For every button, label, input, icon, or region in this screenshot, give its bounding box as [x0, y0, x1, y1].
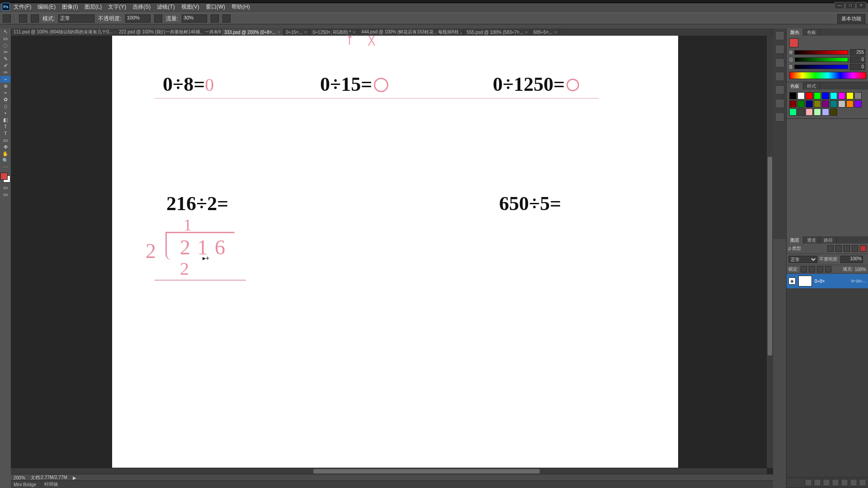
filter-icon[interactable] — [852, 245, 858, 252]
fill-input[interactable]: 100% — [854, 267, 866, 272]
mask-icon[interactable] — [823, 479, 830, 486]
zoom-level[interactable]: 200% — [14, 475, 25, 480]
doc-tab[interactable]: 222.psd @ 100% (我们一共要植树146棵。一共有9个班，平均每个班… — [116, 28, 222, 36]
window-maximize[interactable]: □ — [845, 2, 855, 9]
spectrum-bar[interactable] — [789, 72, 866, 79]
r-slider[interactable] — [794, 50, 848, 55]
link-layers-icon[interactable] — [805, 479, 812, 486]
b-value[interactable]: 0 — [850, 64, 865, 70]
layer-opacity-input[interactable]: 100% — [840, 256, 863, 263]
swatch[interactable] — [789, 100, 797, 108]
swatch[interactable] — [789, 108, 797, 116]
heal-tool[interactable]: ✑ — [0, 69, 10, 76]
flow-input[interactable]: 30% — [182, 14, 207, 23]
menu-filter[interactable]: 滤镜(T) — [154, 2, 177, 12]
swatch[interactable] — [814, 92, 821, 99]
close-icon[interactable]: × — [525, 30, 528, 35]
swatch[interactable] — [806, 108, 813, 116]
lock-position-icon[interactable] — [817, 266, 823, 272]
wand-tool[interactable]: ✂ — [0, 49, 10, 56]
doc-tab[interactable]: 0÷15=...× — [283, 29, 310, 36]
swatch[interactable] — [846, 100, 854, 108]
window-close[interactable]: × — [856, 2, 866, 9]
doc-tab-active[interactable]: 333.psd @ 200% (0÷8=...× — [222, 29, 283, 36]
opacity-input[interactable]: 100% — [125, 14, 151, 23]
fg-preview[interactable] — [789, 38, 798, 47]
swatch[interactable] — [797, 108, 805, 116]
brush-icon[interactable] — [775, 72, 784, 81]
character-icon[interactable] — [775, 85, 784, 94]
fg-color-swatch[interactable] — [0, 173, 8, 180]
swatch[interactable] — [854, 92, 862, 99]
doc-tab[interactable]: 444.psd @ 100% (鲜花店有163枝花，每瓶插8枝，可以插几瓶？还剩… — [359, 28, 464, 36]
close-icon[interactable]: × — [353, 30, 356, 35]
swatch[interactable] — [830, 100, 837, 108]
type-tool[interactable]: T — [0, 130, 10, 137]
tab-paths[interactable]: 路径 — [820, 236, 837, 244]
brush-preset-icon[interactable] — [19, 14, 27, 23]
close-icon[interactable]: × — [278, 30, 280, 35]
fx-icon[interactable] — [814, 479, 821, 486]
gradient-tool[interactable]: ⬯ — [0, 103, 10, 110]
dodge-tool[interactable]: ◧ — [0, 117, 10, 123]
pressure-size-icon[interactable] — [222, 14, 231, 23]
status-arrow-icon[interactable]: ▶ — [73, 475, 76, 480]
close-icon[interactable]: × — [554, 30, 557, 35]
info-icon[interactable] — [775, 113, 784, 122]
stamp-tool[interactable]: ⊕ — [0, 83, 10, 89]
horizontal-scrollbar[interactable] — [11, 468, 767, 474]
swatch[interactable] — [838, 100, 845, 108]
group-icon[interactable] — [841, 479, 848, 486]
b-slider[interactable] — [794, 65, 848, 69]
menu-type[interactable]: 文字(Y) — [105, 2, 129, 12]
screenmode-tool[interactable]: ▭ — [0, 191, 10, 198]
properties-icon[interactable] — [775, 58, 784, 67]
g-slider[interactable] — [795, 57, 848, 62]
menu-layer[interactable]: 图层(L) — [82, 2, 105, 12]
adjustment-icon[interactable] — [832, 479, 839, 486]
doc-tab[interactable]: 111.psd @ 100% (804除以6的商的末尾有几个0...× — [11, 28, 116, 36]
tab-styles[interactable]: 样式 — [803, 82, 820, 89]
doc-tab[interactable]: 685÷5=...× — [531, 29, 560, 36]
g-value[interactable]: 0 — [850, 56, 865, 63]
brush-tool[interactable]: ⌁ — [0, 76, 10, 83]
tab-color[interactable]: 颜色 — [787, 28, 803, 36]
actions-icon[interactable] — [775, 45, 784, 54]
new-layer-icon[interactable] — [850, 479, 857, 486]
zoom-tool[interactable]: 🔍 — [0, 157, 10, 164]
document-canvas[interactable]: 0÷8=0 0÷15= 0÷1250= 216÷2= 650÷5= 2 1 2 … — [112, 36, 678, 474]
marquee-tool[interactable]: ▭ — [0, 35, 10, 42]
delete-layer-icon[interactable] — [859, 479, 866, 486]
blend-mode-select[interactable]: 正常 — [788, 256, 817, 263]
swatch[interactable] — [797, 100, 805, 108]
path-tool[interactable]: ▭ — [0, 137, 10, 144]
lock-all-icon[interactable] — [825, 266, 831, 272]
quickmask-tool[interactable]: ▭ — [0, 184, 10, 191]
workspace-button[interactable]: 基本功能 — [837, 14, 865, 23]
filter-icon[interactable] — [827, 245, 834, 252]
mode-select[interactable]: 正常 — [58, 14, 94, 23]
swatch[interactable] — [854, 100, 862, 108]
shape-tool[interactable]: ✥ — [0, 144, 10, 150]
lock-transparent-icon[interactable] — [801, 266, 807, 272]
swatch[interactable] — [822, 108, 829, 116]
hand-tool[interactable]: ✋ — [0, 150, 10, 157]
scroll-thumb[interactable] — [768, 157, 772, 356]
menu-edit[interactable]: 编辑(E) — [35, 2, 58, 12]
menu-window[interactable]: 窗口(W) — [203, 2, 228, 12]
swatch[interactable] — [838, 92, 845, 99]
brush-panel-icon[interactable] — [31, 14, 39, 23]
swatch[interactable] — [830, 108, 837, 116]
brush-tool-icon[interactable] — [3, 14, 11, 23]
blur-tool[interactable]: • — [0, 110, 10, 117]
doc-tab[interactable]: 555.psd @ 100% (583÷7=...× — [464, 29, 531, 36]
tab-layers[interactable]: 图层 — [787, 236, 803, 244]
layer-name[interactable]: 0÷8= — [815, 279, 849, 284]
menu-view[interactable]: 视图(V) — [179, 2, 202, 12]
window-minimize[interactable]: — — [835, 2, 844, 9]
swatch[interactable] — [806, 100, 813, 108]
lasso-tool[interactable]: ◌ — [0, 42, 10, 49]
tab-timeline[interactable]: 时间轴 — [44, 481, 58, 488]
layer-row[interactable]: ◉ 0÷8= 0÷15=... — [787, 274, 868, 288]
swatch[interactable] — [846, 92, 854, 99]
